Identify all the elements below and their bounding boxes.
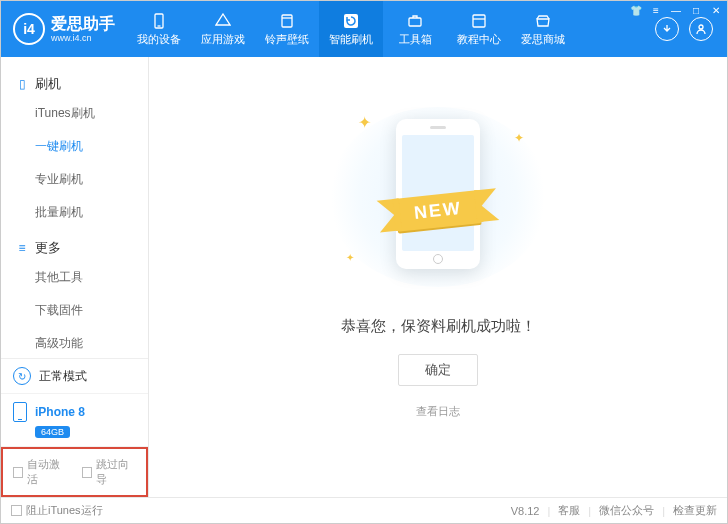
nav-ringtones[interactable]: 铃声壁纸 [255, 1, 319, 57]
music-icon [278, 12, 296, 30]
logo-icon: i4 [13, 13, 45, 45]
sidebar-group-flash: ▯ 刷机 [1, 71, 148, 97]
ok-button[interactable]: 确定 [398, 354, 478, 386]
book-icon [470, 12, 488, 30]
download-button[interactable] [655, 17, 679, 41]
header-actions [641, 17, 727, 41]
refresh-icon [342, 12, 360, 30]
sidebar-item-pro-flash[interactable]: 专业刷机 [1, 163, 148, 196]
refresh-small-icon: ↻ [13, 367, 31, 385]
options-highlighted: 自动激活 跳过向导 [1, 447, 148, 497]
svg-rect-3 [344, 14, 358, 28]
sidebar-item-advanced[interactable]: 高级功能 [1, 327, 148, 358]
store-icon [534, 12, 552, 30]
app-name: 爱思助手 [51, 15, 115, 33]
checkbox-skip-guide[interactable]: 跳过向导 [82, 457, 137, 487]
main-nav: 我的设备 应用游戏 铃声壁纸 智能刷机 工具箱 教程中心 爱思商城 [127, 1, 641, 57]
svg-rect-2 [282, 15, 292, 27]
nav-apps[interactable]: 应用游戏 [191, 1, 255, 57]
menu-icon[interactable]: ≡ [649, 3, 663, 17]
success-illustration: ✦ ✦ ✦ NEW [328, 107, 548, 287]
device-indicator[interactable]: iPhone 8 64GB [1, 394, 148, 447]
sidebar-item-other-tools[interactable]: 其他工具 [1, 261, 148, 294]
body: ▯ 刷机 iTunes刷机 一键刷机 专业刷机 批量刷机 ≡ 更多 其他工具 下… [1, 57, 727, 497]
checkbox-icon [11, 505, 22, 516]
main-content: ✦ ✦ ✦ NEW 恭喜您，保资料刷机成功啦！ 确定 查看日志 [149, 57, 727, 497]
svg-point-7 [699, 25, 703, 29]
nav-my-device[interactable]: 我的设备 [127, 1, 191, 57]
sidebar: ▯ 刷机 iTunes刷机 一键刷机 专业刷机 批量刷机 ≡ 更多 其他工具 下… [1, 57, 149, 497]
footer-link-wechat[interactable]: 微信公众号 [599, 503, 654, 518]
app-logo: i4 爱思助手 www.i4.cn [1, 13, 127, 45]
checkbox-stop-itunes[interactable]: 阻止iTunes运行 [11, 503, 103, 518]
user-button[interactable] [689, 17, 713, 41]
nav-toolbox[interactable]: 工具箱 [383, 1, 447, 57]
nav-store[interactable]: 爱思商城 [511, 1, 575, 57]
sidebar-item-itunes-flash[interactable]: iTunes刷机 [1, 97, 148, 130]
phone-icon [150, 12, 168, 30]
footer-link-update[interactable]: 检查更新 [673, 503, 717, 518]
nav-tutorials[interactable]: 教程中心 [447, 1, 511, 57]
view-log-link[interactable]: 查看日志 [416, 404, 460, 419]
checkbox-icon [82, 467, 92, 478]
device-icon [13, 402, 27, 422]
sidebar-item-batch-flash[interactable]: 批量刷机 [1, 196, 148, 229]
nav-flash[interactable]: 智能刷机 [319, 1, 383, 57]
sidebar-item-download-firmware[interactable]: 下载固件 [1, 294, 148, 327]
success-message: 恭喜您，保资料刷机成功啦！ [341, 317, 536, 336]
version-label: V8.12 [511, 505, 540, 517]
checkbox-icon [13, 467, 23, 478]
sidebar-bottom: ↻ 正常模式 iPhone 8 64GB 自动激活 跳过向导 [1, 358, 148, 497]
phone-small-icon: ▯ [15, 77, 29, 91]
svg-rect-4 [409, 18, 421, 26]
app-icon [214, 12, 232, 30]
toolbox-icon [406, 12, 424, 30]
storage-badge: 64GB [35, 426, 70, 438]
minimize-button[interactable]: — [669, 3, 683, 17]
checkbox-auto-activate[interactable]: 自动激活 [13, 457, 68, 487]
window-controls: 👕 ≡ — □ ✕ [629, 3, 723, 17]
sidebar-item-oneclick-flash[interactable]: 一键刷机 [1, 130, 148, 163]
footer-link-support[interactable]: 客服 [558, 503, 580, 518]
close-button[interactable]: ✕ [709, 3, 723, 17]
status-bar: 阻止iTunes运行 V8.12 | 客服 | 微信公众号 | 检查更新 [1, 497, 727, 523]
sidebar-group-more: ≡ 更多 [1, 235, 148, 261]
title-bar: 👕 ≡ — □ ✕ i4 爱思助手 www.i4.cn 我的设备 应用游戏 铃声… [1, 1, 727, 57]
svg-rect-5 [473, 15, 485, 27]
app-url: www.i4.cn [51, 33, 115, 43]
mode-indicator[interactable]: ↻ 正常模式 [1, 359, 148, 394]
maximize-button[interactable]: □ [689, 3, 703, 17]
tshirt-icon[interactable]: 👕 [629, 3, 643, 17]
menu-small-icon: ≡ [15, 241, 29, 255]
